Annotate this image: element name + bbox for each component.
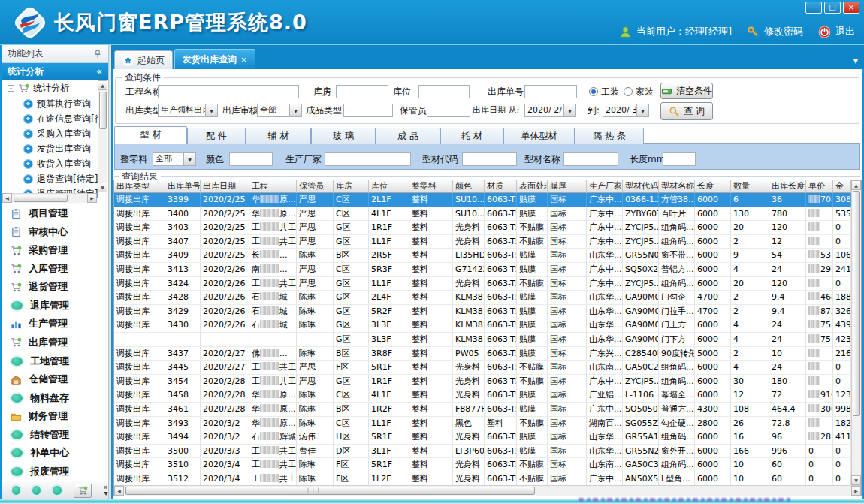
- clear-conditions-button[interactable]: 清空条件: [660, 83, 713, 99]
- tree-hscrollbar[interactable]: ◀ ▶: [2, 193, 97, 203]
- tree-item[interactable]: 预算执行查询: [2, 96, 108, 111]
- table-hscrollbar[interactable]: ◀ ❘❘❘ ▶: [114, 485, 861, 496]
- sidebar-item[interactable]: 入库管理: [11, 262, 108, 276]
- table-row[interactable]: 调拨出库34452020/2/27工共工程严思F区5R1F整料光身料6063-T…: [114, 361, 851, 375]
- column-header[interactable]: 工程: [249, 180, 297, 193]
- tree-root[interactable]: - 统计分析: [2, 80, 108, 96]
- audit-select[interactable]: 全部: [257, 104, 302, 117]
- table-row[interactable]: 调拨出库34132020/2/26南...严思C区5R3F整料G71422606…: [114, 263, 851, 277]
- whole-part-select[interactable]: 全部: [153, 152, 196, 166]
- search-button[interactable]: 查 询: [660, 102, 713, 120]
- table-vscrollbar[interactable]: ▲ ▼: [851, 180, 861, 485]
- material-tab[interactable]: 辅 材: [246, 128, 311, 144]
- material-tab[interactable]: 成 品: [376, 128, 440, 144]
- table-row[interactable]: 调拨出库34282020/2/26石城陈琳G区2L4F整料KLM38176063…: [114, 291, 851, 305]
- column-header[interactable]: 生产厂家: [587, 180, 623, 193]
- sidebar-item[interactable]: 退库管理: [11, 299, 108, 312]
- column-header[interactable]: 出库日期: [201, 180, 249, 193]
- column-header[interactable]: 型材名称: [659, 180, 695, 193]
- tree-item[interactable]: 在途信息查询[待: [2, 111, 108, 126]
- location-input[interactable]: [418, 85, 470, 98]
- column-header[interactable]: 数量: [731, 180, 769, 193]
- table-row[interactable]: 调拨出库34092020/2/25长...陈琳B区2R5F整料LI35HD606…: [114, 249, 851, 263]
- tab-shipping-out-query[interactable]: 发货出库查询 ×: [174, 49, 255, 69]
- table-row[interactable]: G区3L3F整料KLM38176063-T5贴膜国标山东华...GA90M09.…: [114, 333, 851, 347]
- dot-icon[interactable]: [12, 486, 20, 495]
- material-tab[interactable]: 隔 热 条: [575, 128, 644, 144]
- sidebar-item[interactable]: 物料盘存: [11, 391, 108, 405]
- maximize-button[interactable]: □: [824, 2, 841, 14]
- keeper-input[interactable]: [427, 104, 470, 117]
- tree-item[interactable]: 发货出库查询: [2, 141, 108, 156]
- radio-gongzhuang[interactable]: 工装: [589, 85, 619, 98]
- table-row[interactable]: 调拨出库34032020/2/25工共工程严思G区1R1F整料光身料6063-T…: [114, 221, 851, 235]
- column-header[interactable]: 材质: [485, 180, 517, 193]
- material-tab[interactable]: 耗 材: [440, 128, 503, 144]
- logout[interactable]: 退出: [818, 25, 855, 38]
- table-row[interactable]: 调拨出库35102020/3/4工共工程陈琳F区5R1F整料光身料6063-T5…: [114, 458, 851, 472]
- product-type-input[interactable]: [343, 104, 393, 117]
- column-header[interactable]: 表面处理: [517, 180, 548, 193]
- profile-name-input[interactable]: [563, 152, 618, 166]
- sidebar-item[interactable]: 工地管理: [11, 355, 108, 368]
- table-row[interactable]: 调拨出库34372020/2/27佛...陈琳B区3R8F整料PW056063-…: [114, 347, 851, 361]
- expander-icon[interactable]: -: [8, 85, 14, 92]
- column-header[interactable]: 出库长度: [769, 180, 806, 193]
- table-row[interactable]: 调拨出库34582020/2/28华原...陈琳C区4L1F整料光身料6063-…: [114, 388, 851, 403]
- table-row[interactable]: 调拨出库34932020/3/2华原...陈琳C区1L1F整料黑色塑料不贴膜国标…: [114, 417, 851, 431]
- color-input[interactable]: [229, 152, 273, 166]
- column-header[interactable]: 库位: [369, 180, 409, 193]
- cart-toolbar-button[interactable]: [74, 484, 92, 498]
- dot-icon[interactable]: [32, 486, 41, 495]
- tree-item[interactable]: 退货查询[待定]: [2, 171, 108, 186]
- table-row[interactable]: 调拨出库35002020/3/3工共工程曹佳D区3L1F整料LT3P606063…: [114, 445, 851, 459]
- minimize-button[interactable]: —: [805, 2, 822, 14]
- date-from-picker[interactable]: 2020/ 2/16: [524, 104, 576, 117]
- tree-vscrollbar[interactable]: ▲ ▼: [98, 80, 107, 192]
- column-header[interactable]: 出库单号: [165, 180, 201, 193]
- tab-home[interactable]: 起始页: [114, 50, 173, 69]
- material-tab[interactable]: 型 材: [114, 126, 187, 144]
- pin-icon[interactable]: [93, 50, 102, 59]
- table-row[interactable]: 调拨出库34542020/2/28工共工程严思G区1R1F整料光身料6063-T…: [114, 375, 851, 389]
- sidebar-item[interactable]: 报废管理: [11, 465, 108, 478]
- table-row[interactable]: 调拨出库33992020/2/25华原...严思C区2L1F整料SU10...6…: [114, 193, 851, 207]
- sidebar-item[interactable]: 生产管理: [11, 317, 108, 330]
- length-input[interactable]: [663, 152, 696, 166]
- table-row[interactable]: 调拨出库34292020/2/26石城陈琳G区5R2F整料KLM38176063…: [114, 305, 851, 319]
- column-header[interactable]: 型材代码: [623, 180, 659, 193]
- column-header[interactable]: 整零料: [409, 180, 453, 193]
- close-button[interactable]: ×: [843, 2, 859, 14]
- out-type-select[interactable]: 生产领料出库: [158, 104, 218, 117]
- radio-jiazhuang[interactable]: 家装: [624, 85, 654, 98]
- column-header[interactable]: 单价: [806, 180, 833, 193]
- table-row[interactable]: 调拨出库34002020/2/25华原...严思C区4L1F整料SU10...6…: [114, 207, 851, 222]
- collapse-icon[interactable]: «: [96, 66, 102, 77]
- close-tab-icon[interactable]: ×: [240, 55, 247, 65]
- column-header[interactable]: 长度: [695, 180, 731, 193]
- profile-code-input[interactable]: [462, 152, 517, 166]
- sidebar-item[interactable]: 采购管理: [11, 243, 108, 257]
- table-row[interactable]: 调拨出库34242020/2/26工共工程严思G区1L1F整料光身料6063-T…: [114, 277, 851, 291]
- sidebar-item[interactable]: 财务管理: [11, 409, 108, 423]
- material-tab[interactable]: 玻 璃: [311, 128, 376, 144]
- change-password[interactable]: 修改密码: [747, 25, 803, 38]
- order-no-input[interactable]: [524, 85, 577, 98]
- overflow-chevron[interactable]: »▾: [104, 484, 108, 496]
- sidebar-item[interactable]: 结转管理: [11, 428, 108, 442]
- project-name-input[interactable]: [158, 85, 299, 98]
- sidebar-item[interactable]: 仓储管理: [11, 373, 108, 386]
- dot-icon[interactable]: [53, 486, 61, 495]
- material-tab[interactable]: 单体型材: [503, 128, 575, 144]
- maker-input[interactable]: [325, 152, 411, 166]
- table-row[interactable]: 调拨出库35122020/3/4工共工程陈琳F区1L2F整料光身料6063-T5…: [114, 472, 851, 487]
- table-row[interactable]: 调拨出库34302020/2/26石城陈琳G区3L3F整料KLM38176063…: [114, 318, 851, 333]
- column-header[interactable]: 金: [833, 180, 851, 193]
- sidebar-item[interactable]: 项目管理: [11, 207, 108, 220]
- column-header[interactable]: 库房: [334, 180, 369, 193]
- sidebar-item[interactable]: 审核中心: [11, 225, 108, 239]
- column-header[interactable]: 颜色: [453, 180, 485, 193]
- sidebar-item[interactable]: 退货管理: [11, 280, 108, 294]
- column-header[interactable]: 膜厚: [548, 180, 587, 193]
- column-header[interactable]: 保管员: [297, 180, 334, 193]
